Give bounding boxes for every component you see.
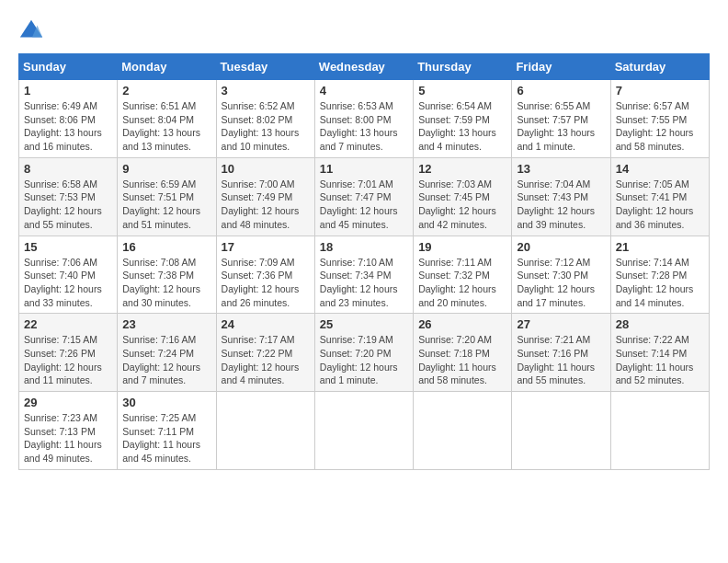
day-number: 14 — [616, 162, 704, 176]
day-detail: Sunrise: 7:03 AM Sunset: 7:45 PM Dayligh… — [418, 178, 506, 232]
calendar-cell — [314, 392, 413, 470]
day-detail: Sunrise: 7:09 AM Sunset: 7:36 PM Dayligh… — [222, 256, 310, 310]
day-detail: Sunrise: 7:22 AM Sunset: 7:14 PM Dayligh… — [616, 333, 704, 387]
day-number: 2 — [122, 84, 210, 98]
calendar-cell: 6Sunrise: 6:55 AM Sunset: 7:57 PM Daylig… — [512, 80, 610, 158]
calendar-cell: 20Sunrise: 7:12 AM Sunset: 7:30 PM Dayli… — [512, 236, 610, 314]
day-number: 23 — [122, 317, 210, 331]
day-detail: Sunrise: 7:14 AM Sunset: 7:28 PM Dayligh… — [616, 256, 704, 310]
day-detail: Sunrise: 6:55 AM Sunset: 7:57 PM Dayligh… — [517, 99, 605, 154]
weekday-header-wednesday: Wednesday — [314, 54, 413, 80]
day-number: 13 — [517, 162, 605, 176]
calendar-cell: 19Sunrise: 7:11 AM Sunset: 7:32 PM Dayli… — [414, 236, 512, 314]
logo — [18, 18, 48, 44]
calendar-cell — [216, 392, 314, 470]
calendar-week-1: 1Sunrise: 6:49 AM Sunset: 8:06 PM Daylig… — [19, 80, 710, 158]
weekday-header-thursday: Thursday — [414, 54, 512, 80]
calendar-cell — [512, 392, 610, 470]
day-detail: Sunrise: 7:00 AM Sunset: 7:49 PM Dayligh… — [222, 178, 310, 232]
day-number: 17 — [222, 240, 310, 254]
calendar-cell: 5Sunrise: 6:54 AM Sunset: 7:59 PM Daylig… — [414, 80, 512, 158]
weekday-header-saturday: Saturday — [610, 54, 709, 80]
day-number: 18 — [320, 240, 408, 254]
day-detail: Sunrise: 7:25 AM Sunset: 7:11 PM Dayligh… — [122, 411, 210, 465]
calendar-cell: 1Sunrise: 6:49 AM Sunset: 8:06 PM Daylig… — [19, 80, 118, 158]
weekday-header-sunday: Sunday — [19, 54, 118, 80]
calendar-cell: 8Sunrise: 6:58 AM Sunset: 7:53 PM Daylig… — [19, 157, 118, 236]
weekday-header-tuesday: Tuesday — [216, 54, 314, 80]
day-number: 22 — [24, 317, 112, 331]
calendar-cell: 23Sunrise: 7:16 AM Sunset: 7:24 PM Dayli… — [118, 314, 216, 392]
calendar-cell — [414, 392, 512, 470]
calendar-cell: 14Sunrise: 7:05 AM Sunset: 7:41 PM Dayli… — [610, 157, 709, 236]
calendar-cell: 17Sunrise: 7:09 AM Sunset: 7:36 PM Dayli… — [216, 236, 314, 314]
day-number: 4 — [320, 84, 408, 98]
calendar-cell: 30Sunrise: 7:25 AM Sunset: 7:11 PM Dayli… — [118, 392, 216, 470]
day-number: 26 — [418, 317, 506, 331]
calendar-cell: 29Sunrise: 7:23 AM Sunset: 7:13 PM Dayli… — [19, 392, 118, 470]
day-number: 29 — [24, 396, 112, 409]
day-detail: Sunrise: 7:23 AM Sunset: 7:13 PM Dayligh… — [24, 411, 112, 465]
calendar-cell: 7Sunrise: 6:57 AM Sunset: 7:55 PM Daylig… — [610, 80, 709, 158]
day-detail: Sunrise: 6:58 AM Sunset: 7:53 PM Dayligh… — [24, 178, 112, 232]
day-number: 11 — [320, 162, 408, 176]
calendar-cell: 12Sunrise: 7:03 AM Sunset: 7:45 PM Dayli… — [414, 157, 512, 236]
day-detail: Sunrise: 7:20 AM Sunset: 7:18 PM Dayligh… — [418, 333, 506, 387]
day-number: 6 — [517, 84, 605, 98]
calendar-cell: 9Sunrise: 6:59 AM Sunset: 7:51 PM Daylig… — [118, 157, 216, 236]
calendar-table: SundayMondayTuesdayWednesdayThursdayFrid… — [18, 53, 710, 470]
day-detail: Sunrise: 6:51 AM Sunset: 8:04 PM Dayligh… — [122, 99, 210, 154]
day-number: 12 — [418, 162, 506, 176]
day-number: 21 — [616, 240, 704, 254]
day-detail: Sunrise: 7:05 AM Sunset: 7:41 PM Dayligh… — [616, 178, 704, 232]
day-number: 16 — [122, 240, 210, 254]
calendar-cell: 27Sunrise: 7:21 AM Sunset: 7:16 PM Dayli… — [512, 314, 610, 392]
calendar-cell: 4Sunrise: 6:53 AM Sunset: 8:00 PM Daylig… — [314, 80, 413, 158]
day-detail: Sunrise: 7:19 AM Sunset: 7:20 PM Dayligh… — [320, 333, 408, 387]
day-number: 15 — [24, 240, 112, 254]
calendar-cell: 3Sunrise: 6:52 AM Sunset: 8:02 PM Daylig… — [216, 80, 314, 158]
day-detail: Sunrise: 7:15 AM Sunset: 7:26 PM Dayligh… — [24, 333, 112, 387]
day-number: 9 — [122, 162, 210, 176]
day-number: 20 — [517, 240, 605, 254]
day-detail: Sunrise: 7:04 AM Sunset: 7:43 PM Dayligh… — [517, 178, 605, 232]
day-detail: Sunrise: 7:12 AM Sunset: 7:30 PM Dayligh… — [517, 256, 605, 310]
day-detail: Sunrise: 6:49 AM Sunset: 8:06 PM Dayligh… — [24, 99, 112, 154]
day-detail: Sunrise: 7:06 AM Sunset: 7:40 PM Dayligh… — [24, 256, 112, 310]
day-detail: Sunrise: 7:16 AM Sunset: 7:24 PM Dayligh… — [122, 333, 210, 387]
calendar-cell: 21Sunrise: 7:14 AM Sunset: 7:28 PM Dayli… — [610, 236, 709, 314]
day-detail: Sunrise: 7:11 AM Sunset: 7:32 PM Dayligh… — [418, 256, 506, 310]
calendar-cell: 13Sunrise: 7:04 AM Sunset: 7:43 PM Dayli… — [512, 157, 610, 236]
calendar-cell: 16Sunrise: 7:08 AM Sunset: 7:38 PM Dayli… — [118, 236, 216, 314]
calendar-week-3: 15Sunrise: 7:06 AM Sunset: 7:40 PM Dayli… — [19, 236, 710, 314]
day-detail: Sunrise: 7:08 AM Sunset: 7:38 PM Dayligh… — [122, 256, 210, 310]
day-detail: Sunrise: 6:52 AM Sunset: 8:02 PM Dayligh… — [222, 99, 310, 154]
calendar-cell: 10Sunrise: 7:00 AM Sunset: 7:49 PM Dayli… — [216, 157, 314, 236]
day-detail: Sunrise: 6:57 AM Sunset: 7:55 PM Dayligh… — [616, 99, 704, 154]
page-header — [18, 18, 710, 44]
weekday-header-friday: Friday — [512, 54, 610, 80]
calendar-cell: 15Sunrise: 7:06 AM Sunset: 7:40 PM Dayli… — [19, 236, 118, 314]
day-number: 24 — [222, 317, 310, 331]
day-number: 3 — [222, 84, 310, 98]
calendar-cell: 2Sunrise: 6:51 AM Sunset: 8:04 PM Daylig… — [118, 80, 216, 158]
day-detail: Sunrise: 6:54 AM Sunset: 7:59 PM Dayligh… — [418, 99, 506, 154]
day-number: 27 — [517, 317, 605, 331]
day-detail: Sunrise: 7:01 AM Sunset: 7:47 PM Dayligh… — [320, 178, 408, 232]
day-detail: Sunrise: 7:17 AM Sunset: 7:22 PM Dayligh… — [222, 333, 310, 387]
calendar-cell: 26Sunrise: 7:20 AM Sunset: 7:18 PM Dayli… — [414, 314, 512, 392]
calendar-cell: 18Sunrise: 7:10 AM Sunset: 7:34 PM Dayli… — [314, 236, 413, 314]
calendar-cell: 25Sunrise: 7:19 AM Sunset: 7:20 PM Dayli… — [314, 314, 413, 392]
day-detail: Sunrise: 6:59 AM Sunset: 7:51 PM Dayligh… — [122, 178, 210, 232]
day-number: 7 — [616, 84, 704, 98]
day-number: 28 — [616, 317, 704, 331]
day-detail: Sunrise: 7:10 AM Sunset: 7:34 PM Dayligh… — [320, 256, 408, 310]
day-number: 8 — [24, 162, 112, 176]
calendar-week-2: 8Sunrise: 6:58 AM Sunset: 7:53 PM Daylig… — [19, 157, 710, 236]
day-detail: Sunrise: 7:21 AM Sunset: 7:16 PM Dayligh… — [517, 333, 605, 387]
day-detail: Sunrise: 6:53 AM Sunset: 8:00 PM Dayligh… — [320, 99, 408, 154]
day-number: 10 — [222, 162, 310, 176]
calendar-week-4: 22Sunrise: 7:15 AM Sunset: 7:26 PM Dayli… — [19, 314, 710, 392]
day-number: 25 — [320, 317, 408, 331]
calendar-week-5: 29Sunrise: 7:23 AM Sunset: 7:13 PM Dayli… — [19, 392, 710, 470]
